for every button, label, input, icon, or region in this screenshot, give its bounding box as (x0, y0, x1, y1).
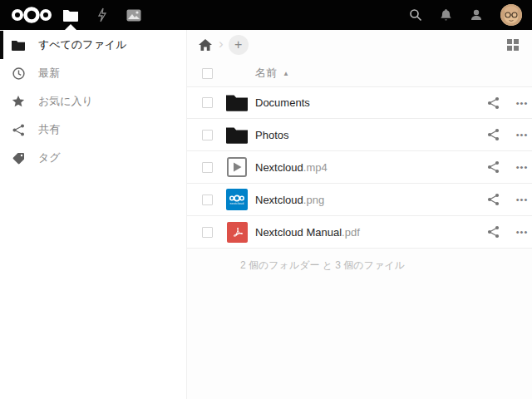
row-checkbox[interactable] (202, 195, 213, 205)
row-actions-menu[interactable]: ••• (514, 195, 530, 204)
file-row[interactable]: Documents ••• (187, 86, 532, 119)
share-icon[interactable] (485, 225, 501, 239)
sidebar-item-label: タグ (38, 150, 61, 165)
file-count-summary: 2 個のフォルダー と 3 個のファイル (187, 249, 532, 273)
sidebar-item-4[interactable]: タグ (0, 144, 186, 172)
row-actions-menu[interactable]: ••• (514, 162, 530, 172)
folder-icon (226, 124, 248, 145)
file-name[interactable]: Nextcloud.mp4 (255, 161, 485, 174)
sidebar-item-label: お気に入り (38, 94, 93, 109)
activity-app-icon[interactable] (86, 0, 118, 30)
row-actions-menu[interactable]: ••• (514, 98, 530, 108)
row-checkbox[interactable] (202, 97, 213, 108)
select-all-checkbox[interactable] (202, 68, 213, 79)
row-checkbox[interactable] (202, 227, 213, 238)
add-new-button[interactable]: + (229, 35, 249, 55)
folder-icon (12, 40, 25, 51)
file-list-header: 名前 ▲ (187, 60, 532, 86)
sidebar-item-3[interactable]: 共有 (0, 116, 186, 144)
pdf-file-icon (227, 222, 248, 243)
file-name[interactable]: Nextcloud.png (255, 194, 485, 206)
file-type-icon: nextcloud (226, 189, 248, 210)
file-name[interactable]: Photos (255, 129, 485, 141)
row-actions-menu[interactable]: ••• (514, 130, 530, 140)
active-app-caret (65, 24, 76, 30)
file-type-icon (226, 221, 248, 243)
sidebar-item-label: 共有 (38, 122, 60, 137)
breadcrumb-separator: › (219, 36, 224, 52)
star-icon (12, 96, 25, 108)
row-checkbox[interactable] (202, 130, 213, 140)
sidebar-item-0[interactable]: すべてのファイル (0, 31, 186, 59)
file-name[interactable]: Documents (255, 96, 485, 109)
row-checkbox[interactable] (202, 162, 213, 173)
top-header (0, 0, 532, 30)
share-icon[interactable] (485, 128, 501, 141)
sidebar-item-label: すべてのファイル (38, 37, 126, 52)
file-row[interactable]: nextcloud Nextcloud.png ••• (187, 184, 532, 216)
share-icon[interactable] (485, 193, 501, 206)
sidebar-item-2[interactable]: お気に入り (0, 87, 186, 116)
nextcloud-logo[interactable] (8, 6, 55, 24)
video-file-icon (227, 157, 247, 177)
search-icon[interactable] (409, 8, 422, 22)
sidebar-item-label: 最新 (38, 66, 60, 81)
grid-view-icon[interactable] (507, 39, 519, 51)
nextcloud-image-thumbnail: nextcloud (226, 189, 248, 210)
file-row[interactable]: Nextcloud Manual.pdf ••• (187, 216, 532, 249)
user-avatar[interactable] (500, 4, 522, 26)
row-actions-menu[interactable]: ••• (514, 227, 530, 237)
folder-icon (226, 92, 248, 114)
files-content: › + 名前 ▲ Documents ••• (187, 30, 532, 399)
tag-icon (12, 152, 25, 165)
share-icon (12, 124, 25, 136)
notifications-bell-icon[interactable] (440, 8, 452, 22)
clock-icon (12, 67, 25, 80)
file-type-icon (226, 156, 248, 178)
share-icon[interactable] (485, 160, 501, 174)
file-row[interactable]: Nextcloud.mp4 ••• (187, 151, 532, 184)
sidebar-item-1[interactable]: 最新 (0, 59, 186, 87)
name-column-header[interactable]: 名前 (255, 66, 277, 81)
home-icon[interactable] (199, 39, 212, 52)
file-name[interactable]: Nextcloud Manual.pdf (255, 226, 485, 239)
gallery-app-icon[interactable] (118, 0, 150, 30)
sidebar: すべてのファイル 最新 お気に入り 共有 タグ (0, 30, 187, 399)
sort-ascending-icon[interactable]: ▲ (283, 70, 289, 77)
file-row[interactable]: Photos ••• (187, 119, 532, 151)
file-list: Documents ••• Photos ••• (187, 86, 532, 249)
contacts-icon[interactable] (470, 8, 483, 22)
share-icon[interactable] (485, 96, 501, 110)
breadcrumb: › + (187, 30, 532, 60)
